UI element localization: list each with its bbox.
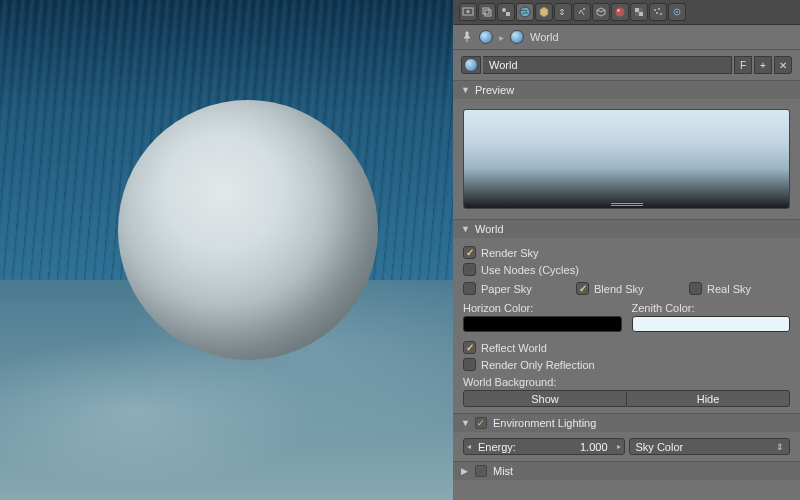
svg-rect-3 bbox=[485, 10, 491, 16]
fake-user-button[interactable]: F bbox=[734, 56, 752, 74]
reflect-world-label: Reflect World bbox=[481, 342, 547, 354]
zenith-color-swatch[interactable] bbox=[632, 316, 791, 332]
datablock-name-field[interactable]: World bbox=[483, 56, 732, 74]
breadcrumb-world-label[interactable]: World bbox=[530, 31, 559, 43]
svg-rect-10 bbox=[635, 8, 639, 12]
env-color-source-dropdown[interactable]: Sky Color bbox=[629, 438, 791, 455]
environment-lighting-header[interactable]: ▼ Environment Lighting bbox=[453, 414, 800, 432]
svg-rect-13 bbox=[635, 12, 639, 16]
world-preview[interactable] bbox=[463, 109, 790, 209]
svg-rect-2 bbox=[483, 8, 489, 14]
environment-lighting-section: ▼ Environment Lighting Energy: 1.000 Sky… bbox=[453, 413, 800, 461]
sphere-mesh[interactable] bbox=[118, 100, 378, 360]
use-nodes-checkbox[interactable] bbox=[463, 263, 476, 276]
paper-sky-label: Paper Sky bbox=[481, 283, 532, 295]
horizon-color-swatch[interactable] bbox=[463, 316, 622, 332]
mist-title: Mist bbox=[493, 465, 513, 477]
properties-panel: ▸ World World F + ✕ ▼ Preview ▼ World Re… bbox=[453, 0, 800, 500]
svg-rect-12 bbox=[639, 8, 643, 12]
svg-point-15 bbox=[658, 8, 660, 10]
render-only-reflection-label: Render Only Reflection bbox=[481, 359, 595, 371]
svg-point-6 bbox=[520, 7, 530, 17]
svg-point-8 bbox=[616, 8, 625, 17]
environment-lighting-title: Environment Lighting bbox=[493, 417, 596, 429]
pin-icon[interactable] bbox=[461, 31, 473, 43]
datablock-selector: World F + ✕ bbox=[453, 50, 800, 80]
unlink-datablock-button[interactable]: ✕ bbox=[774, 56, 792, 74]
properties-tab-strip bbox=[453, 0, 800, 25]
scene-icon[interactable] bbox=[479, 30, 493, 44]
resize-handle-icon[interactable] bbox=[611, 203, 643, 206]
tab-scene-icon[interactable] bbox=[497, 3, 515, 21]
breadcrumb: ▸ World bbox=[453, 25, 800, 50]
world-icon bbox=[464, 58, 478, 72]
world-header[interactable]: ▼ World bbox=[453, 220, 800, 238]
paper-sky-checkbox[interactable] bbox=[463, 282, 476, 295]
tab-render-icon[interactable] bbox=[459, 3, 477, 21]
world-section: ▼ World Render Sky Use Nodes (Cycles) Pa… bbox=[453, 219, 800, 413]
svg-point-9 bbox=[617, 9, 619, 11]
svg-rect-11 bbox=[639, 12, 643, 16]
tab-constraints-icon[interactable] bbox=[554, 3, 572, 21]
hide-background-button[interactable]: Hide bbox=[627, 390, 790, 407]
svg-point-19 bbox=[676, 11, 678, 13]
energy-label: Energy: bbox=[478, 441, 516, 453]
blend-sky-label: Blend Sky bbox=[594, 283, 644, 295]
real-sky-label: Real Sky bbox=[707, 283, 751, 295]
tab-object-icon[interactable] bbox=[535, 3, 553, 21]
render-only-reflection-checkbox[interactable] bbox=[463, 358, 476, 371]
tab-world-icon[interactable] bbox=[516, 3, 534, 21]
blend-sky-checkbox[interactable] bbox=[576, 282, 589, 295]
disclosure-down-icon: ▼ bbox=[461, 418, 471, 428]
tab-material-icon[interactable] bbox=[611, 3, 629, 21]
svg-point-14 bbox=[654, 9, 656, 11]
svg-rect-5 bbox=[506, 12, 510, 16]
preview-title: Preview bbox=[475, 84, 514, 96]
disclosure-down-icon: ▼ bbox=[461, 85, 471, 95]
use-nodes-label: Use Nodes (Cycles) bbox=[481, 264, 579, 276]
render-sky-checkbox[interactable] bbox=[463, 246, 476, 259]
svg-point-4 bbox=[502, 8, 506, 12]
viewport-3d[interactable] bbox=[0, 0, 453, 500]
world-icon[interactable] bbox=[510, 30, 524, 44]
tab-texture-icon[interactable] bbox=[630, 3, 648, 21]
tab-render-layers-icon[interactable] bbox=[478, 3, 496, 21]
mist-section: ▶ Mist bbox=[453, 461, 800, 480]
disclosure-right-icon: ▶ bbox=[461, 466, 471, 476]
svg-point-7 bbox=[583, 8, 585, 10]
horizon-color-label: Horizon Color: bbox=[463, 302, 622, 314]
env-color-source-value: Sky Color bbox=[636, 441, 684, 453]
show-background-button[interactable]: Show bbox=[463, 390, 627, 407]
tab-modifiers-icon[interactable] bbox=[573, 3, 591, 21]
energy-value: 1.000 bbox=[580, 441, 608, 453]
breadcrumb-separator-icon: ▸ bbox=[499, 32, 504, 43]
real-sky-checkbox[interactable] bbox=[689, 282, 702, 295]
datablock-browse-button[interactable] bbox=[461, 56, 481, 74]
disclosure-down-icon: ▼ bbox=[461, 224, 471, 234]
mist-enable-checkbox[interactable] bbox=[475, 465, 487, 477]
tab-data-icon[interactable] bbox=[592, 3, 610, 21]
zenith-color-label: Zenith Color: bbox=[632, 302, 791, 314]
render-sky-label: Render Sky bbox=[481, 247, 538, 259]
environment-lighting-enable-checkbox[interactable] bbox=[475, 417, 487, 429]
energy-number-field[interactable]: Energy: 1.000 bbox=[463, 438, 625, 455]
mist-header[interactable]: ▶ Mist bbox=[453, 462, 800, 480]
tab-physics-icon[interactable] bbox=[668, 3, 686, 21]
svg-point-16 bbox=[656, 12, 658, 14]
world-background-label: World Background: bbox=[463, 373, 790, 390]
tab-particles-icon[interactable] bbox=[649, 3, 667, 21]
svg-point-17 bbox=[660, 13, 662, 15]
add-datablock-button[interactable]: + bbox=[754, 56, 772, 74]
preview-header[interactable]: ▼ Preview bbox=[453, 81, 800, 99]
reflect-world-checkbox[interactable] bbox=[463, 341, 476, 354]
preview-section: ▼ Preview bbox=[453, 80, 800, 219]
world-title: World bbox=[475, 223, 504, 235]
svg-point-1 bbox=[467, 10, 470, 13]
